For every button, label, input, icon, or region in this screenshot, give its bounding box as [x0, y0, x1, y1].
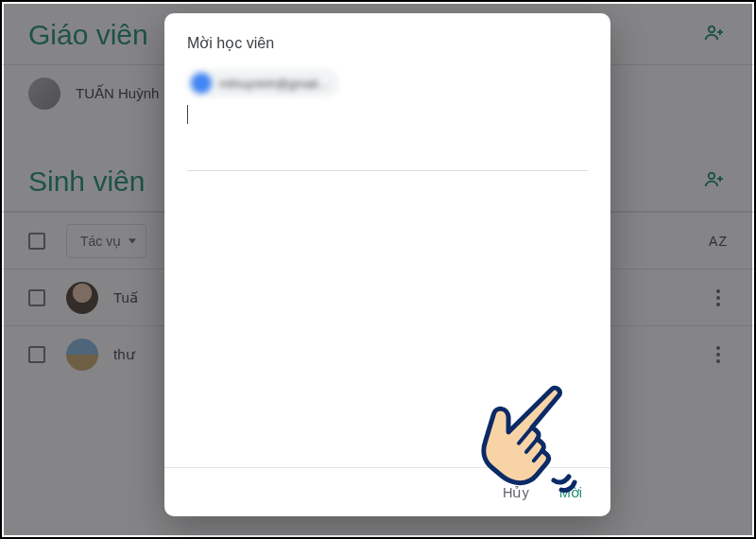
- teacher-name: TUẤN Huỳnh: [76, 85, 159, 102]
- text-caret: [187, 105, 188, 124]
- student-name: Tuấ: [113, 289, 138, 306]
- avatar: [28, 78, 60, 110]
- dialog-footer: Hủy Mời: [164, 467, 610, 516]
- person-add-icon: [703, 22, 726, 44]
- add-teacher-button[interactable]: [701, 20, 728, 46]
- svg-point-0: [709, 26, 714, 32]
- invite-email-input[interactable]: [187, 124, 588, 171]
- invite-button[interactable]: Mời: [548, 478, 593, 508]
- dialog-title: Mời học viên: [164, 13, 610, 69]
- chip-avatar: [191, 73, 212, 94]
- chip-text: mthuyninh@gmail...: [219, 77, 328, 91]
- cancel-button[interactable]: Hủy: [491, 478, 541, 508]
- person-add-icon: [703, 168, 726, 191]
- svg-point-1: [709, 173, 714, 179]
- invite-chips: mthuyninh@gmail...: [164, 69, 610, 105]
- student-checkbox[interactable]: [28, 346, 45, 363]
- student-more-button[interactable]: [709, 346, 728, 363]
- teachers-title: Giáo viên: [28, 2, 148, 64]
- sort-button[interactable]: AZ: [709, 234, 728, 249]
- invite-input-wrap: [164, 105, 610, 171]
- people-page: Giáo viên TUẤN Huỳnh Sinh viên: [0, 0, 756, 539]
- student-checkbox[interactable]: [28, 289, 45, 306]
- select-all-checkbox[interactable]: [28, 233, 45, 250]
- avatar: [66, 339, 98, 371]
- students-title: Sinh viên: [28, 148, 145, 211]
- avatar: [66, 282, 98, 314]
- add-student-button[interactable]: [701, 166, 728, 193]
- student-more-button[interactable]: [709, 289, 728, 306]
- invitee-chip[interactable]: mthuyninh@gmail...: [187, 69, 339, 97]
- invite-students-dialog: Mời học viên mthuyninh@gmail... Hủy Mời: [164, 13, 610, 516]
- bulk-actions-select[interactable]: Tác vụ: [66, 224, 146, 258]
- bulk-actions-label: Tác vụ: [80, 234, 121, 249]
- student-name: thư: [113, 346, 135, 363]
